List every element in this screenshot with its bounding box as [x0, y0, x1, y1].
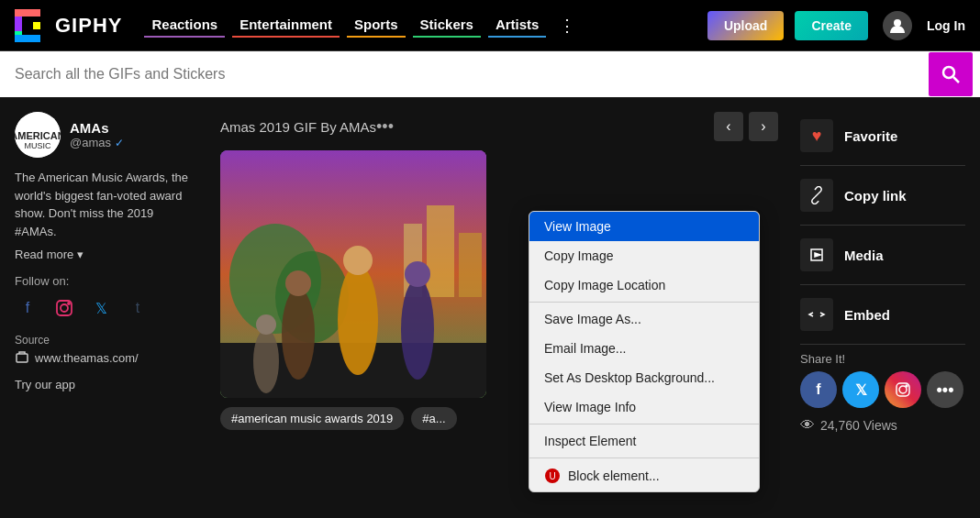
source-link[interactable]: www.theamas.com/: [15, 350, 198, 365]
instagram-icon[interactable]: [51, 295, 77, 321]
search-icon: [941, 64, 961, 84]
logo-text: GIPHY: [55, 14, 122, 38]
embed-icon: [800, 298, 833, 331]
ctx-view-image[interactable]: View Image: [529, 212, 759, 241]
nav-entertainment[interactable]: Entertainment: [232, 13, 340, 38]
media-icon: [800, 238, 833, 271]
plugin-icon: U: [544, 468, 561, 484]
avatar-image: AMERICAN MUSIC: [15, 112, 61, 158]
chevron-down-icon: ▾: [77, 248, 84, 261]
sidebar: AMERICAN MUSIC AMAs @amas ✓ The American…: [15, 112, 198, 503]
nav-artists[interactable]: Artists: [488, 13, 547, 38]
svg-point-13: [68, 303, 70, 304]
tag-item[interactable]: #american music awards 2019: [220, 407, 404, 430]
gif-prev-button[interactable]: ‹: [714, 112, 743, 141]
svg-point-23: [285, 270, 311, 296]
ctx-email-image[interactable]: Email Image...: [529, 334, 759, 363]
nav-more-icon[interactable]: ⋮: [553, 12, 581, 39]
svg-text:AMERICAN: AMERICAN: [15, 130, 61, 141]
nav-stickers[interactable]: Stickers: [413, 13, 481, 38]
views-count: 👁 24,760 Views: [800, 417, 965, 434]
heart-icon: ♥: [800, 119, 833, 152]
profile-handle: @amas ✓: [70, 136, 124, 149]
source-label: Source: [15, 334, 198, 347]
avatar: AMERICAN MUSIC: [15, 112, 61, 158]
svg-point-6: [943, 67, 954, 78]
user-avatar-icon[interactable]: [883, 11, 912, 40]
gif-title-bar: Amas 2019 GIF By AMAs ••• ‹ ›: [220, 112, 778, 141]
share-more-button[interactable]: •••: [927, 371, 963, 408]
ctx-block-element[interactable]: U Block element...: [529, 460, 759, 491]
copy-link-button[interactable]: Copy link: [800, 171, 965, 219]
search-button[interactable]: [929, 52, 973, 96]
main-content: AMERICAN MUSIC AMAs @amas ✓ The American…: [0, 97, 980, 518]
svg-point-27: [405, 261, 430, 287]
svg-rect-2: [15, 9, 40, 17]
search-bar: [0, 51, 980, 97]
divider: [800, 165, 965, 166]
svg-rect-14: [17, 354, 28, 362]
follow-label: Follow on:: [15, 274, 198, 288]
share-icons: f 𝕏 •••: [800, 371, 965, 408]
twitter-icon[interactable]: 𝕏: [88, 295, 114, 321]
svg-line-7: [953, 77, 959, 83]
profile-section: AMERICAN MUSIC AMAs @amas ✓: [15, 112, 198, 158]
svg-rect-3: [15, 35, 40, 42]
gif-next-button[interactable]: ›: [749, 112, 778, 141]
embed-button[interactable]: Embed: [800, 291, 965, 338]
divider-2: [800, 225, 965, 226]
create-button[interactable]: Create: [795, 11, 868, 40]
profile-info: AMAs @amas ✓: [70, 120, 124, 149]
svg-rect-18: [459, 233, 482, 297]
favorite-button[interactable]: ♥ Favorite: [800, 112, 965, 160]
share-facebook-button[interactable]: f: [800, 371, 837, 408]
svg-point-25: [343, 246, 373, 275]
nav-sports[interactable]: Sports: [347, 13, 406, 38]
gif-container[interactable]: [220, 150, 486, 398]
svg-rect-4: [33, 22, 40, 29]
giphy-logo-icon: [15, 9, 48, 42]
link-copy-icon: [800, 179, 833, 212]
ctx-view-image-info[interactable]: View Image Info: [529, 392, 759, 422]
logo-area: GIPHY: [15, 9, 122, 42]
search-input[interactable]: [7, 66, 929, 83]
ctx-separator-3: [529, 457, 759, 458]
share-instagram-button[interactable]: [885, 371, 921, 408]
right-panel: ♥ Favorite Copy link Media Embed Share I…: [800, 112, 965, 503]
nav-reactions[interactable]: Reactions: [144, 13, 225, 38]
ctx-inspect-element[interactable]: Inspect Element: [529, 426, 759, 456]
gif-options-icon[interactable]: •••: [376, 117, 394, 137]
svg-point-5: [894, 19, 901, 27]
tumblr-icon[interactable]: t: [125, 295, 150, 321]
ctx-copy-image-location[interactable]: Copy Image Location: [529, 270, 759, 300]
svg-point-26: [401, 279, 434, 380]
eye-icon: 👁: [800, 417, 815, 434]
ctx-save-image[interactable]: Save Image As...: [529, 304, 759, 334]
gif-image: [220, 150, 486, 398]
tag-item-2[interactable]: #a...: [411, 407, 456, 430]
ctx-copy-image[interactable]: Copy Image: [529, 241, 759, 270]
social-icons: f 𝕏 t: [15, 295, 198, 321]
verified-badge: ✓: [115, 137, 124, 149]
svg-point-24: [338, 265, 378, 375]
login-button[interactable]: Log In: [927, 18, 965, 33]
divider-4: [800, 344, 965, 345]
media-button[interactable]: Media: [800, 231, 965, 279]
svg-point-28: [253, 329, 279, 393]
ctx-set-desktop[interactable]: Set As Desktop Background...: [529, 363, 759, 392]
svg-text:MUSIC: MUSIC: [25, 141, 52, 150]
svg-point-22: [282, 288, 315, 380]
try-app-link[interactable]: Try our app: [15, 378, 198, 391]
svg-point-33: [906, 385, 908, 387]
gif-navigation: ‹ ›: [714, 112, 778, 141]
read-more-button[interactable]: Read more ▾: [15, 248, 198, 261]
share-twitter-button[interactable]: 𝕏: [842, 371, 879, 408]
context-menu: View Image Copy Image Copy Image Locatio…: [529, 211, 760, 492]
facebook-icon[interactable]: f: [15, 295, 40, 321]
gif-visual: [220, 150, 486, 398]
upload-button[interactable]: Upload: [707, 11, 784, 40]
profile-name: AMAs: [70, 120, 124, 136]
bio-text: The American Music Awards, the world's b…: [15, 169, 198, 240]
ctx-separator-1: [529, 302, 759, 303]
follow-section: Follow on: f 𝕏 t: [15, 274, 198, 321]
